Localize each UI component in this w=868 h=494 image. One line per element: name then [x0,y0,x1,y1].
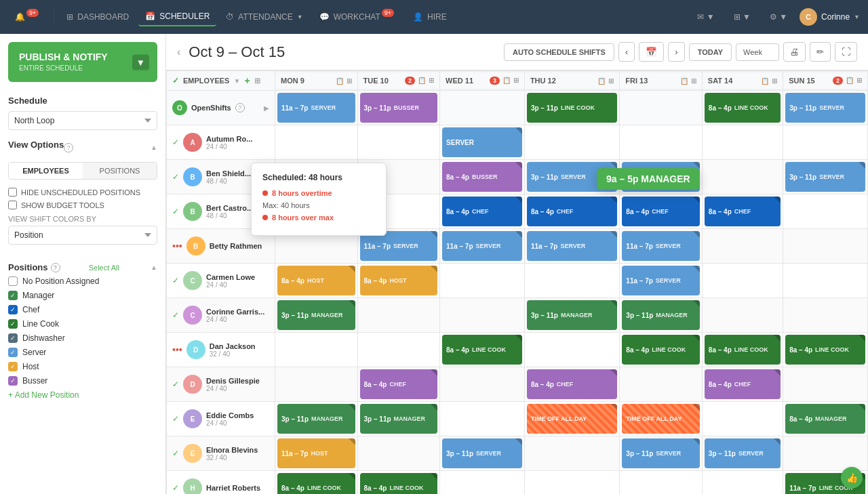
scheduler-btn[interactable]: 📅 SCHEDULER [138,7,216,26]
shift-block[interactable]: 8a – 4p LINE COOK [785,335,865,365]
calendar-btn[interactable]: 📅 [639,42,664,62]
shift-block[interactable]: 11a – 7p SERVER [622,266,700,295]
auto-schedule-btn[interactable]: AUTO SCHEDULE SHIFTS [504,43,614,61]
shift-block[interactable]: 11a – 7p SERVER [622,231,700,261]
shift-block[interactable]: TIME OFF ALL DAY [527,404,617,434]
position-checkbox[interactable]: ✓ [8,319,18,329]
position-item[interactable]: ✓ Host [8,362,157,371]
open-shifts-expand-icon[interactable]: ▶ [264,104,269,112]
position-checkbox[interactable]: ✓ [8,305,18,314]
shift-block[interactable]: 8a – 4p CHEF [527,369,617,399]
position-item[interactable]: ✓ Dishwasher [8,333,157,343]
hide-unscheduled-checkbox-row[interactable]: HIDE UNSCHEDULED POSITIONS [8,188,157,197]
position-checkbox[interactable]: ✓ [8,291,18,300]
position-checkbox[interactable]: ✓ [8,333,18,343]
position-item[interactable]: ✓ Busser [8,376,157,386]
shift-block[interactable]: 8a – 4p LINE COOK [705,335,781,365]
attendance-btn[interactable]: ⏱ ATTENDANCE ▼ [219,8,309,26]
shift-block[interactable]: 8a – 4p LINE COOK [622,335,700,365]
workchat-btn[interactable]: 💬 WORKCHAT 9+ [313,8,403,26]
shift-block[interactable]: 3p – 11p MANAGER [277,404,355,434]
over-max-dot [262,215,268,220]
shift-block[interactable]: 8a – 4p LINE COOK [705,93,781,123]
day-add-icon[interactable]: ⊞ [513,77,519,85]
position-item[interactable]: ✓ Server [8,348,157,357]
position-item[interactable]: ✓ Manager [8,291,157,300]
shift-block[interactable]: 3p – 11p MANAGER [360,404,438,434]
shift-block[interactable]: 8a – 4p CHEF [705,369,781,399]
select-all-btn[interactable]: Select All [89,264,119,272]
day-add-icon[interactable]: ⊞ [347,77,352,85]
shift-block[interactable]: 3p – 11p MANAGER [622,300,700,330]
edit-btn[interactable]: ✏ [810,42,831,62]
position-item[interactable]: ✓ Line Cook [8,319,157,329]
prev-week-btn[interactable]: ‹ [618,42,635,62]
position-checkbox[interactable]: ✓ [8,348,18,357]
back-arrow-icon[interactable]: ‹ [177,46,180,58]
shift-block[interactable]: 3p – 11p BUSSER [360,93,438,123]
position-checkbox[interactable]: ✓ [8,376,18,386]
shift-block[interactable]: 8a – 4p MANAGER [785,404,865,434]
shift-block[interactable]: 11a – 7p SERVER [527,231,617,261]
shift-block[interactable]: SERVER [442,127,522,157]
shift-block[interactable]: 3p – 11p MANAGER [527,300,617,330]
shift-block[interactable]: 3p – 11p SERVER [705,438,781,468]
shift-block[interactable]: 3p – 11p MANAGER [277,300,355,330]
shift-block[interactable]: 8a – 4p LINE COOK [360,473,438,494]
shift-block[interactable]: 3p – 11p LINE COOK [527,93,617,123]
shift-block[interactable]: 3p – 11p SERVER [785,162,865,192]
apps-btn[interactable]: ⊞ ▼ [727,8,757,26]
next-week-btn[interactable]: › [668,42,684,62]
shift-block[interactable]: 3p – 11p SERVER [442,438,522,468]
position-checkbox[interactable]: ✓ [8,362,18,371]
shift-block[interactable]: 11a – 7p HOST [277,438,355,468]
shift-block[interactable]: 3p – 11p SERVER [785,93,865,123]
shift-block[interactable]: 8a – 4p CHEF [527,197,617,226]
add-employee-icon[interactable]: + [244,75,250,86]
position-checkbox[interactable] [8,276,18,286]
dashboard-btn[interactable]: ⊞ DASHBOARD [60,8,136,26]
shift-color-select[interactable]: Position [8,226,157,245]
shift-block[interactable]: TIME OFF ALL DAY [622,404,700,434]
mail-btn[interactable]: ✉ ▼ [690,8,721,26]
view-options-header[interactable]: View Options ? ▲ [8,140,157,155]
day-add-icon[interactable]: ⊞ [691,77,696,85]
shift-block[interactable]: 8a – 4p HOST [277,266,355,295]
position-item[interactable]: No Position Assigned [8,276,157,286]
notifications-btn[interactable]: 🔔9+ [8,8,48,26]
shift-block[interactable]: 8a – 4p HOST [360,266,438,295]
show-budget-checkbox-row[interactable]: SHOW BUDGET TOOLS [8,201,157,209]
shift-block[interactable]: 8a – 4p CHEF [360,369,438,399]
publish-notify-button[interactable]: PUBLISH & NOTIFY ENTIRE SCHEDULE ▼ [8,42,157,82]
shift-block[interactable]: 3p – 11p SERVER [622,438,700,468]
add-position-btn[interactable]: + Add New Position [8,390,157,400]
day-add-icon[interactable]: ⊞ [856,77,862,85]
thumbs-up-btn[interactable]: 👍 [841,467,863,489]
today-btn[interactable]: TODAY [689,43,732,61]
position-item[interactable]: ✓ Chef [8,305,157,314]
day-add-icon[interactable]: ⊞ [429,77,434,85]
show-budget-checkbox[interactable] [8,201,17,209]
shift-block[interactable]: 8a – 4p CHEF [705,197,781,226]
shift-block[interactable]: 8a – 4p LINE COOK [277,473,355,494]
shift-block[interactable]: 11a – 7p SERVER [277,93,355,123]
schedule-location-select[interactable]: North Loop [8,111,157,130]
day-add-icon[interactable]: ⊞ [772,77,777,85]
positions-view-btn[interactable]: POSITIONS [83,163,157,179]
hide-unscheduled-checkbox[interactable] [8,188,17,197]
shift-block[interactable]: 8a – 4p CHEF [622,197,700,226]
week-select[interactable]: Week [736,43,779,61]
table-header: ✓ EMPLOYEES ▼ + ⊞ MON 9 📋 ⊞ TUE 10 2 📋 ⊞… [167,71,868,91]
shift-block[interactable]: 8a – 4p CHEF [442,197,522,226]
employees-view-btn[interactable]: EMPLOYEES [9,163,83,179]
shift-block[interactable]: 8a – 4p BUSSER [442,162,522,192]
print-btn[interactable]: 🖨 [783,42,806,62]
table-row: ✓ E Eddie Combs 24 / 40 3p – 11p MANAGER… [167,402,868,436]
user-menu[interactable]: C Corinne ▼ [800,8,860,26]
shift-block[interactable]: 8a – 4p LINE COOK [442,335,522,365]
shift-block[interactable]: 11a – 7p SERVER [442,231,522,261]
day-add-icon[interactable]: ⊞ [608,77,614,85]
fullscreen-btn[interactable]: ⛶ [835,42,857,62]
settings-btn[interactable]: ⚙ ▼ [763,8,794,26]
hire-btn[interactable]: 👤 HIRE [406,8,454,26]
